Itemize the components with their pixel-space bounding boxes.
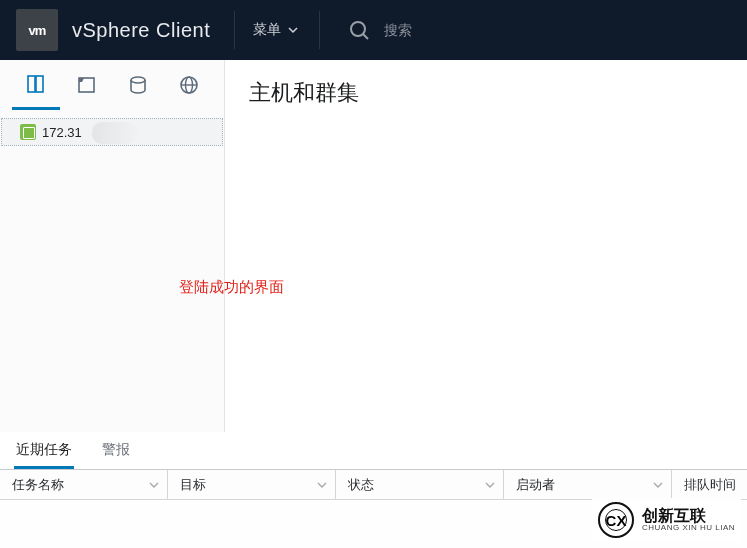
menu-label: 菜单 (253, 21, 281, 39)
watermark-text: 创新互联 CHUANG XIN HU LIAN (642, 507, 735, 533)
search-input[interactable] (384, 22, 584, 38)
col-queue-time[interactable]: 排队时间 (672, 470, 747, 500)
content-area: 主机和群集 登陆成功的界面 (225, 60, 747, 432)
svg-line-1 (363, 34, 368, 39)
nav-tab-hosts[interactable] (12, 60, 60, 110)
svg-rect-3 (36, 76, 43, 92)
svg-rect-2 (28, 76, 35, 92)
col-label: 排队时间 (684, 476, 736, 494)
bottom-tabs: 近期任务 警报 (0, 432, 747, 470)
chevron-down-icon (287, 24, 299, 36)
divider (234, 11, 235, 49)
vms-icon (76, 74, 98, 96)
col-task-name[interactable]: 任务名称 (0, 470, 168, 500)
host-icon (20, 124, 36, 140)
tree-row-host[interactable]: 172.31 (1, 118, 223, 146)
svg-point-0 (351, 22, 365, 36)
col-initiator[interactable]: 启动者 (504, 470, 672, 500)
col-status[interactable]: 状态 (336, 470, 504, 500)
tasks-grid-header: 任务名称 目标 状态 启动者 排队时间 (0, 470, 747, 500)
storage-icon (127, 74, 149, 96)
divider (319, 11, 320, 49)
menu-button[interactable]: 菜单 (253, 21, 299, 39)
annotation-text: 登陆成功的界面 (179, 278, 723, 297)
watermark: CX 创新互联 CHUANG XIN HU LIAN (592, 498, 741, 542)
col-label: 状态 (348, 476, 374, 494)
tab-alarms[interactable]: 警报 (100, 435, 132, 469)
top-bar: vm vSphere Client 菜单 (0, 0, 747, 60)
nav-tabs (0, 60, 224, 110)
sidebar: 172.31 (0, 60, 225, 432)
chevron-down-icon (653, 480, 663, 490)
nav-tab-storage[interactable] (114, 60, 162, 110)
brand-label: vSphere Client (72, 19, 210, 42)
col-label: 任务名称 (12, 476, 64, 494)
search-wrap (348, 19, 584, 41)
chevron-down-icon (149, 480, 159, 490)
tab-recent-tasks[interactable]: 近期任务 (14, 435, 74, 469)
nav-tab-network[interactable] (165, 60, 213, 110)
tree-label: 172.31 (42, 125, 82, 140)
nav-tab-vms[interactable] (63, 60, 111, 110)
inventory-tree: 172.31 (0, 110, 224, 146)
col-label: 启动者 (516, 476, 555, 494)
svg-point-5 (131, 77, 145, 83)
page-title: 主机和群集 (249, 78, 723, 108)
col-label: 目标 (180, 476, 206, 494)
watermark-en: CHUANG XIN HU LIAN (642, 524, 735, 533)
watermark-cn: 创新互联 (642, 507, 735, 525)
chevron-down-icon (317, 480, 327, 490)
redacted-segment (92, 122, 138, 144)
hosts-icon (25, 73, 47, 95)
workspace: 172.31 主机和群集 登陆成功的界面 (0, 60, 747, 432)
chevron-down-icon (485, 480, 495, 490)
vmware-logo: vm (16, 9, 58, 51)
network-icon (178, 74, 200, 96)
logo-text: vm (29, 23, 46, 38)
col-target[interactable]: 目标 (168, 470, 336, 500)
search-icon (348, 19, 370, 41)
watermark-logo: CX (598, 502, 634, 538)
